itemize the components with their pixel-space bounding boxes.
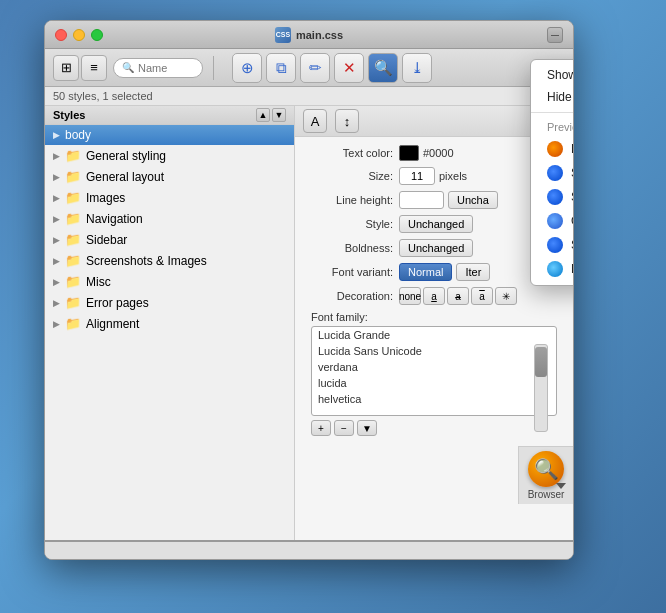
menu-item-show-extended-preview[interactable]: Show Extended Preview — [531, 64, 574, 86]
sidebar-item-misc[interactable]: ▶ 📁 Misc — [45, 271, 294, 292]
line-height-unchanged-btn[interactable]: Uncha — [448, 191, 498, 209]
menu-item-safari-3[interactable]: Safari (1.0) — [531, 233, 574, 257]
grid-view-button[interactable]: ⊞ — [53, 55, 79, 81]
arrow-icon: ▶ — [53, 235, 60, 245]
line-height-input[interactable] — [399, 191, 444, 209]
decoration-overline-btn[interactable]: a — [471, 287, 493, 305]
sidebar: Styles ▲ ▼ ▶ body ▶ 📁 General styling — [45, 106, 295, 540]
menu-item-safari-2[interactable]: Safari (1.2) — [531, 185, 574, 209]
boldness-row: Boldness: Unchanged — [303, 239, 565, 257]
arrow-icon: ▶ — [53, 256, 60, 266]
folder-icon: 📁 — [65, 274, 81, 289]
font-list-wrapper: Lucida Grande Lucida Sans Unicode verdan… — [311, 326, 557, 416]
export-button[interactable]: ⤓ — [402, 53, 432, 83]
decoration-strikethrough-btn[interactable]: a — [447, 287, 469, 305]
sidebar-item-label: Screenshots & Images — [86, 254, 207, 268]
close-button[interactable] — [55, 29, 67, 41]
sidebar-item-general-styling[interactable]: ▶ 📁 General styling — [45, 145, 294, 166]
menu-item-omniweb[interactable]: OmniWeb (5.0 beta 3) — [531, 209, 574, 233]
browser-section: 🔍 Browser — [518, 446, 573, 504]
font-panel-btn[interactable]: A — [303, 109, 327, 133]
main-panel: A ↕ Text color: #0000 Size: pi — [295, 106, 573, 540]
maximize-button[interactable] — [91, 29, 103, 41]
menu-separator — [531, 112, 574, 113]
layout-panel-btn[interactable]: ↕ — [335, 109, 359, 133]
delete-style-button[interactable]: ✕ — [334, 53, 364, 83]
folder-icon: 📁 — [65, 190, 81, 205]
boldness-value: Unchanged — [399, 239, 473, 257]
list-item[interactable]: Lucida Sans Unicode — [312, 343, 542, 359]
search-input[interactable] — [138, 62, 203, 74]
style-value: Unchanged — [399, 215, 473, 233]
firefox-icon — [547, 141, 563, 157]
font-variant-other-btn[interactable]: Iter — [456, 263, 490, 281]
sidebar-item-error-pages[interactable]: ▶ 📁 Error pages — [45, 292, 294, 313]
sidebar-item-label: General layout — [86, 170, 164, 184]
sidebar-item-screenshots-images[interactable]: ▶ 📁 Screenshots & Images — [45, 250, 294, 271]
font-variant-value: Normal Iter — [399, 263, 490, 281]
boldness-unchanged-btn[interactable]: Unchanged — [399, 239, 473, 257]
move-font-down-button[interactable]: ▼ — [357, 420, 377, 436]
sidebar-item-body[interactable]: ▶ body — [45, 125, 294, 145]
sidebar-item-images[interactable]: ▶ 📁 Images — [45, 187, 294, 208]
preview-all-styles-label: Preview All Styles in — [531, 117, 574, 137]
preview-button[interactable]: 🔍 — [368, 53, 398, 83]
line-height-value: Uncha — [399, 191, 498, 209]
text-color-value: #0000 — [399, 145, 454, 161]
edit-style-button[interactable]: ✏ — [300, 53, 330, 83]
list-item[interactable]: verdana — [312, 359, 542, 375]
color-swatch[interactable] — [399, 145, 419, 161]
menu-item-explorer[interactable]: Explorer (5.2.3) — [531, 257, 574, 281]
minimize-button[interactable] — [73, 29, 85, 41]
arrow-icon: ▶ — [53, 193, 60, 203]
font-variant-normal-btn[interactable]: Normal — [399, 263, 452, 281]
remove-font-button[interactable]: − — [334, 420, 354, 436]
scrollbar-track[interactable] — [534, 344, 548, 432]
sidebar-item-label: Error pages — [86, 296, 149, 310]
sidebar-item-sidebar[interactable]: ▶ 📁 Sidebar — [45, 229, 294, 250]
decoration-underline-btn[interactable]: a — [423, 287, 445, 305]
safari-icon — [547, 189, 563, 205]
scrollbar-thumb[interactable] — [535, 347, 547, 377]
decoration-blink-btn[interactable]: ✳ — [495, 287, 517, 305]
menu-item-hide-instant-preview[interactable]: Hide Instant Preview Drawer — [531, 86, 574, 108]
folder-icon: 📁 — [65, 316, 81, 331]
arrow-icon: ▶ — [53, 277, 60, 287]
size-label: Size: — [303, 170, 393, 182]
boldness-label: Boldness: — [303, 242, 393, 254]
expand-button[interactable]: — — [547, 27, 563, 43]
styles-count-bar: 50 styles, 1 selected — [45, 87, 573, 106]
decoration-label: Decoration: — [303, 290, 393, 302]
list-view-button[interactable]: ≡ — [81, 55, 107, 81]
view-toggle-group: ⊞ ≡ — [53, 55, 107, 81]
decoration-none-btn[interactable]: none — [399, 287, 421, 305]
style-unchanged-btn[interactable]: Unchanged — [399, 215, 473, 233]
sidebar-item-alignment[interactable]: ▶ 📁 Alignment — [45, 313, 294, 334]
window-title: main.css — [296, 29, 343, 41]
new-style-button[interactable]: ⊕ — [232, 53, 262, 83]
font-list[interactable]: Lucida Grande Lucida Sans Unicode verdan… — [311, 326, 557, 416]
line-height-row: Line height: Uncha — [303, 191, 565, 209]
content-area: Styles ▲ ▼ ▶ body ▶ 📁 General styling — [45, 106, 573, 540]
main-window: CSS main.css — ⊞ ≡ 🔍 ⊕ ⧉ ✏ — [44, 20, 574, 560]
hex-value: #0000 — [423, 147, 454, 159]
file-icon: CSS — [275, 27, 291, 43]
browser-icon[interactable]: 🔍 — [528, 451, 564, 487]
list-item[interactable]: Lucida Grande — [312, 327, 542, 343]
sidebar-item-general-layout[interactable]: ▶ 📁 General layout — [45, 166, 294, 187]
browser-dropdown-arrow[interactable] — [556, 483, 566, 489]
search-box[interactable]: 🔍 — [113, 58, 203, 78]
list-item[interactable]: lucida — [312, 375, 542, 391]
sidebar-item-label: Navigation — [86, 212, 143, 226]
toolbar: ⊞ ≡ 🔍 ⊕ ⧉ ✏ ✕ 🔍 ⤓ — [45, 49, 573, 87]
add-font-button[interactable]: + — [311, 420, 331, 436]
style-row: Style: Unchanged — [303, 215, 565, 233]
menu-item-firefox[interactable]: Firefox (0.8) — [531, 137, 574, 161]
menu-item-safari-1[interactable]: Safari (1.0) — [531, 161, 574, 185]
sort-desc-button[interactable]: ▼ — [272, 108, 286, 122]
size-input[interactable] — [399, 167, 435, 185]
list-item[interactable]: helvetica — [312, 391, 542, 407]
sort-asc-button[interactable]: ▲ — [256, 108, 270, 122]
sidebar-item-navigation[interactable]: ▶ 📁 Navigation — [45, 208, 294, 229]
duplicate-style-button[interactable]: ⧉ — [266, 53, 296, 83]
